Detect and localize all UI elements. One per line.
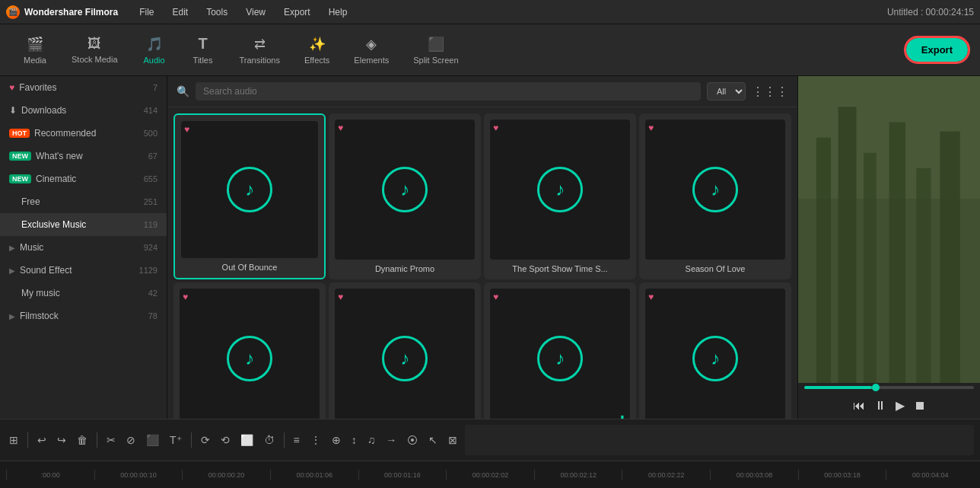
download-arrow-icon: ⬇ bbox=[618, 413, 627, 419]
sidebar-item-whats-new[interactable]: NEW What's new 67 bbox=[0, 145, 167, 167]
tool-split[interactable]: ⬛ Split Screen bbox=[402, 31, 469, 69]
ruler-mark: 00:00:01:06 bbox=[270, 470, 358, 480]
grid-toggle-button[interactable]: ⋮⋮⋮ bbox=[752, 85, 788, 99]
audio-card[interactable]: ♥ ♪ Party Game bbox=[329, 282, 481, 419]
tool-audio[interactable]: 🎵 Audio bbox=[132, 31, 177, 69]
card-title: The Sport Show Time S... bbox=[490, 264, 630, 273]
svg-rect-8 bbox=[798, 76, 980, 383]
audio-card[interactable]: ♥ ♪ Love Funky Home bbox=[639, 282, 791, 419]
export-button[interactable]: Export bbox=[906, 38, 968, 62]
favorites-label: Favorites bbox=[19, 82, 56, 93]
ruler: :00:0000:00:00:1000:00:00:2000:00:01:060… bbox=[0, 461, 980, 488]
ruler-mark: :00:00 bbox=[6, 470, 94, 480]
whats-new-count: 67 bbox=[148, 152, 158, 161]
music-note-icon: ♪ bbox=[400, 179, 409, 200]
tool-elements[interactable]: ◈ Elements bbox=[343, 31, 399, 69]
tl-target-button[interactable]: ⦿ bbox=[404, 431, 421, 449]
tl-crop-button[interactable]: ⬛ bbox=[143, 431, 162, 449]
tool-stock[interactable]: 🖼 Stock Media bbox=[61, 31, 129, 69]
menu-view[interactable]: View bbox=[243, 5, 269, 19]
favorite-heart-icon: ♥ bbox=[338, 292, 343, 302]
tl-rotate-button[interactable]: ⟳ bbox=[198, 431, 213, 449]
menu-file[interactable]: File bbox=[136, 5, 157, 19]
tl-separator-3 bbox=[191, 432, 192, 448]
sidebar-item-free[interactable]: Free 251 bbox=[0, 190, 167, 213]
menu-help[interactable]: Help bbox=[326, 5, 351, 19]
preview-stop-button[interactable]: ⏹ bbox=[914, 399, 926, 413]
tool-stock-label: Stock Media bbox=[72, 55, 118, 64]
logo-icon: 🎬 bbox=[6, 5, 20, 19]
sidebar-item-music[interactable]: ▶ Music 924 bbox=[0, 236, 167, 259]
preview-controls: ⏮ ⏸ ▶ ⏹ bbox=[798, 392, 980, 419]
card-thumbnail: ♥ ♪ bbox=[335, 289, 475, 419]
transitions-icon: ⇄ bbox=[254, 36, 266, 53]
cinematic-label: Cinematic bbox=[36, 174, 76, 184]
audio-card[interactable]: ♥ ♪ ⬇ The Sport Show Time bbox=[484, 282, 636, 419]
tl-no-cut-button[interactable]: ⊘ bbox=[123, 431, 138, 449]
tl-redo-button[interactable]: ↪ bbox=[54, 431, 69, 449]
heart-icon: ♥ bbox=[9, 82, 14, 93]
tl-text-button[interactable]: T⁺ bbox=[167, 431, 185, 449]
tl-box-button[interactable]: ⊠ bbox=[445, 431, 460, 449]
tl-add-button[interactable]: ⊕ bbox=[329, 431, 344, 449]
tl-mix-button[interactable]: ≡ bbox=[291, 431, 303, 449]
tool-transitions[interactable]: ⇄ Transitions bbox=[229, 31, 291, 69]
tl-undo-button[interactable]: ↩ bbox=[34, 431, 49, 449]
downloads-label: Downloads bbox=[21, 105, 66, 116]
tool-media[interactable]: 🎬 Media bbox=[12, 31, 58, 69]
tl-zoom-button[interactable]: ↕ bbox=[348, 431, 360, 449]
sidebar-item-sound-effect[interactable]: ▶ Sound Effect 1129 bbox=[0, 259, 167, 282]
sidebar-item-filmstock[interactable]: ▶ Filmstock 78 bbox=[0, 305, 167, 327]
tl-delete-button[interactable]: 🗑 bbox=[74, 431, 91, 449]
audio-grid: ♥ ♪ Out Of Bounce ♥ ♪ Dynamic Promo ♥ ♪ … bbox=[167, 107, 797, 419]
tl-back-button[interactable]: ↖ bbox=[425, 431, 441, 449]
audio-card[interactable]: ♥ ♪ The Sport Show Time S... bbox=[484, 113, 636, 279]
filmstock-count: 78 bbox=[148, 311, 158, 321]
audio-card[interactable]: ♥ ♪ Dynamic Promo bbox=[329, 113, 481, 279]
card-title: Out Of Bounce bbox=[181, 263, 318, 272]
filter-select[interactable]: All bbox=[707, 82, 746, 100]
music-note-icon: ♪ bbox=[245, 348, 254, 369]
tl-grid-button[interactable]: ⊞ bbox=[6, 431, 21, 449]
sidebar-item-recommended[interactable]: HOT Recommended 500 bbox=[0, 122, 167, 145]
progress-bar[interactable] bbox=[804, 386, 974, 389]
ruler-mark: 00:00:01:16 bbox=[358, 470, 447, 480]
sidebar-item-exclusive[interactable]: Exclusive Music 119 bbox=[0, 213, 167, 236]
titles-icon: T bbox=[198, 35, 207, 53]
menu-tools[interactable]: Tools bbox=[203, 5, 231, 19]
sidebar-item-favorites[interactable]: ♥ Favorites 7 bbox=[0, 76, 167, 99]
search-input[interactable] bbox=[196, 82, 701, 100]
tl-blank-button[interactable]: ⬜ bbox=[237, 431, 256, 449]
tool-titles[interactable]: T Titles bbox=[180, 30, 226, 69]
sidebar-item-my-music[interactable]: My music 42 bbox=[0, 282, 167, 305]
menu-edit[interactable]: Edit bbox=[169, 5, 191, 19]
my-music-count: 42 bbox=[148, 289, 158, 298]
tl-move-button[interactable]: → bbox=[383, 431, 399, 449]
search-icon[interactable]: 🔍 bbox=[177, 85, 189, 97]
tl-flip-button[interactable]: ⟲ bbox=[218, 431, 233, 449]
sound-effect-label: Sound Effect bbox=[20, 265, 72, 276]
music-disc-icon: ♪ bbox=[227, 167, 272, 212]
main-content: ♥ Favorites 7 ⬇ Downloads 414 HOT Recomm… bbox=[0, 76, 980, 419]
tl-more-button[interactable]: ⋮ bbox=[307, 431, 324, 449]
favorite-heart-icon: ♥ bbox=[338, 123, 343, 133]
tl-timer-button[interactable]: ⏱ bbox=[261, 431, 278, 449]
preview-play-pause-button[interactable]: ⏸ bbox=[874, 399, 886, 413]
recommended-label: Recommended bbox=[34, 128, 96, 139]
sidebar-item-downloads[interactable]: ⬇ Downloads 414 bbox=[0, 99, 167, 122]
tl-separator-2 bbox=[97, 432, 97, 448]
tl-audio-btn[interactable]: ♫ bbox=[364, 431, 379, 449]
sidebar-item-cinematic[interactable]: NEW Cinematic 655 bbox=[0, 167, 167, 190]
preview-back-button[interactable]: ⏮ bbox=[853, 399, 865, 413]
tool-effects-label: Effects bbox=[304, 56, 329, 65]
audio-card[interactable]: ♥ ♪ High Electronic Line bbox=[173, 282, 326, 419]
preview-play-button[interactable]: ▶ bbox=[896, 398, 905, 413]
preview-panel: ⏮ ⏸ ▶ ⏹ bbox=[797, 76, 980, 419]
favorite-heart-icon: ♥ bbox=[184, 124, 189, 135]
audio-card[interactable]: ♥ ♪ Season Of Love bbox=[639, 113, 791, 279]
menu-export[interactable]: Export bbox=[281, 5, 313, 19]
audio-card[interactable]: ♥ ♪ Out Of Bounce bbox=[173, 113, 326, 279]
split-icon: ⬛ bbox=[428, 36, 444, 53]
tool-effects[interactable]: ✨ Effects bbox=[294, 31, 340, 69]
tl-cut-button[interactable]: ✂ bbox=[103, 431, 119, 449]
